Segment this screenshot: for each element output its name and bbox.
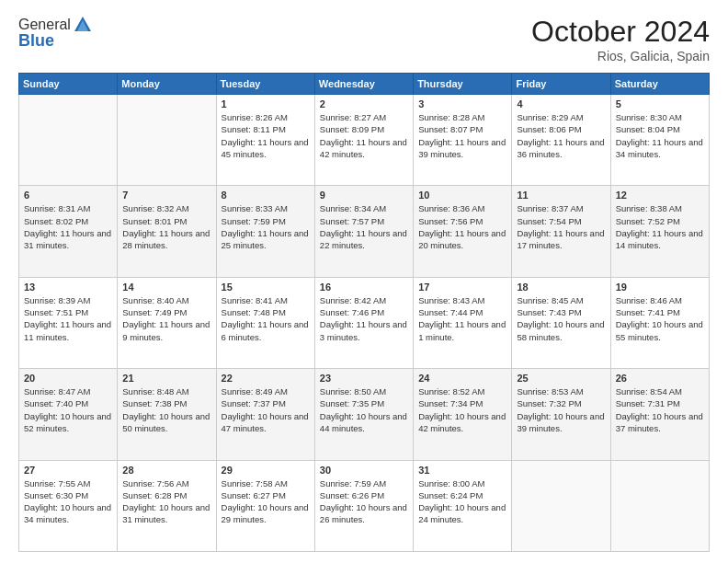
calendar-cell: 27Sunrise: 7:55 AMSunset: 6:30 PMDayligh… <box>19 460 118 551</box>
title-block: October 2024 Rios, Galicia, Spain <box>531 15 710 63</box>
day-number: 15 <box>222 282 310 293</box>
day-number: 21 <box>122 373 210 384</box>
weekday-header-sunday: Sunday <box>19 74 118 95</box>
day-info: Sunrise: 8:46 AMSunset: 7:41 PMDaylight:… <box>616 294 704 343</box>
day-info: Sunrise: 8:48 AMSunset: 7:38 PMDaylight:… <box>122 385 210 434</box>
calendar-cell: 13Sunrise: 8:39 AMSunset: 7:51 PMDayligh… <box>19 277 118 368</box>
calendar-cell: 9Sunrise: 8:34 AMSunset: 7:57 PMDaylight… <box>314 186 413 277</box>
calendar-table: SundayMondayTuesdayWednesdayThursdayFrid… <box>18 73 710 552</box>
day-number: 16 <box>320 282 408 293</box>
day-info: Sunrise: 8:50 AMSunset: 7:35 PMDaylight:… <box>320 385 408 434</box>
day-info: Sunrise: 8:36 AMSunset: 7:56 PMDaylight:… <box>418 202 506 251</box>
day-info: Sunrise: 8:53 AMSunset: 7:32 PMDaylight:… <box>517 385 605 434</box>
calendar-cell: 21Sunrise: 8:48 AMSunset: 7:38 PMDayligh… <box>118 369 216 460</box>
calendar-cell: 16Sunrise: 8:42 AMSunset: 7:46 PMDayligh… <box>314 277 413 368</box>
day-number: 17 <box>418 282 506 293</box>
calendar-cell: 25Sunrise: 8:53 AMSunset: 7:32 PMDayligh… <box>512 369 610 460</box>
calendar-cell: 12Sunrise: 8:38 AMSunset: 7:52 PMDayligh… <box>610 186 709 277</box>
calendar-cell: 26Sunrise: 8:54 AMSunset: 7:31 PMDayligh… <box>610 369 709 460</box>
calendar-cell: 4Sunrise: 8:29 AMSunset: 8:06 PMDaylight… <box>512 95 610 186</box>
day-number: 7 <box>122 190 210 201</box>
day-info: Sunrise: 7:56 AMSunset: 6:28 PMDaylight:… <box>122 477 210 526</box>
header: General Blue October 2024 Rios, Galicia,… <box>18 15 710 63</box>
day-number: 5 <box>616 98 704 109</box>
calendar-cell <box>610 460 709 551</box>
calendar-week-5: 27Sunrise: 7:55 AMSunset: 6:30 PMDayligh… <box>19 460 710 551</box>
calendar-week-4: 20Sunrise: 8:47 AMSunset: 7:40 PMDayligh… <box>19 369 710 460</box>
logo-icon <box>73 15 93 35</box>
calendar-cell: 15Sunrise: 8:41 AMSunset: 7:48 PMDayligh… <box>216 277 314 368</box>
calendar-week-2: 6Sunrise: 8:31 AMSunset: 8:02 PMDaylight… <box>19 186 710 277</box>
day-number: 31 <box>418 465 506 476</box>
calendar-cell: 18Sunrise: 8:45 AMSunset: 7:43 PMDayligh… <box>512 277 610 368</box>
day-info: Sunrise: 8:27 AMSunset: 8:09 PMDaylight:… <box>320 111 408 160</box>
day-number: 11 <box>517 190 605 201</box>
day-info: Sunrise: 8:28 AMSunset: 8:07 PMDaylight:… <box>418 111 506 160</box>
day-info: Sunrise: 8:32 AMSunset: 8:01 PMDaylight:… <box>122 202 210 251</box>
calendar-cell <box>19 95 118 186</box>
calendar-cell: 1Sunrise: 8:26 AMSunset: 8:11 PMDaylight… <box>216 95 314 186</box>
day-info: Sunrise: 8:00 AMSunset: 6:24 PMDaylight:… <box>418 477 506 526</box>
day-info: Sunrise: 8:49 AMSunset: 7:37 PMDaylight:… <box>222 385 310 434</box>
weekday-header-wednesday: Wednesday <box>314 74 413 95</box>
calendar-cell: 11Sunrise: 8:37 AMSunset: 7:54 PMDayligh… <box>512 186 610 277</box>
day-number: 8 <box>222 190 310 201</box>
day-info: Sunrise: 7:55 AMSunset: 6:30 PMDaylight:… <box>24 477 112 526</box>
day-info: Sunrise: 8:39 AMSunset: 7:51 PMDaylight:… <box>24 294 112 343</box>
day-number: 6 <box>24 190 112 201</box>
calendar-cell: 7Sunrise: 8:32 AMSunset: 8:01 PMDaylight… <box>118 186 216 277</box>
day-info: Sunrise: 8:52 AMSunset: 7:34 PMDaylight:… <box>418 385 506 434</box>
calendar-cell: 19Sunrise: 8:46 AMSunset: 7:41 PMDayligh… <box>610 277 709 368</box>
calendar-cell: 17Sunrise: 8:43 AMSunset: 7:44 PMDayligh… <box>414 277 512 368</box>
day-info: Sunrise: 8:41 AMSunset: 7:48 PMDaylight:… <box>222 294 310 343</box>
month-title: October 2024 <box>531 15 710 49</box>
calendar-cell: 10Sunrise: 8:36 AMSunset: 7:56 PMDayligh… <box>414 186 512 277</box>
calendar-week-1: 1Sunrise: 8:26 AMSunset: 8:11 PMDaylight… <box>19 95 710 186</box>
day-number: 20 <box>24 373 112 384</box>
day-number: 14 <box>122 282 210 293</box>
day-number: 24 <box>418 373 506 384</box>
weekday-header-saturday: Saturday <box>610 74 709 95</box>
day-number: 30 <box>320 465 408 476</box>
day-number: 12 <box>616 190 704 201</box>
weekday-header-row: SundayMondayTuesdayWednesdayThursdayFrid… <box>19 74 710 95</box>
calendar-cell: 24Sunrise: 8:52 AMSunset: 7:34 PMDayligh… <box>414 369 512 460</box>
calendar-cell: 29Sunrise: 7:58 AMSunset: 6:27 PMDayligh… <box>216 460 314 551</box>
weekday-header-friday: Friday <box>512 74 610 95</box>
calendar-cell: 2Sunrise: 8:27 AMSunset: 8:09 PMDaylight… <box>314 95 413 186</box>
day-number: 2 <box>320 98 408 109</box>
day-number: 19 <box>616 282 704 293</box>
day-number: 18 <box>517 282 605 293</box>
day-info: Sunrise: 8:26 AMSunset: 8:11 PMDaylight:… <box>222 111 310 160</box>
calendar-cell: 23Sunrise: 8:50 AMSunset: 7:35 PMDayligh… <box>314 369 413 460</box>
day-info: Sunrise: 8:45 AMSunset: 7:43 PMDaylight:… <box>517 294 605 343</box>
day-info: Sunrise: 8:43 AMSunset: 7:44 PMDaylight:… <box>418 294 506 343</box>
location: Rios, Galicia, Spain <box>531 49 710 63</box>
day-number: 4 <box>517 98 605 109</box>
day-number: 10 <box>418 190 506 201</box>
calendar-cell: 5Sunrise: 8:30 AMSunset: 8:04 PMDaylight… <box>610 95 709 186</box>
day-info: Sunrise: 8:40 AMSunset: 7:49 PMDaylight:… <box>122 294 210 343</box>
calendar-cell: 22Sunrise: 8:49 AMSunset: 7:37 PMDayligh… <box>216 369 314 460</box>
day-info: Sunrise: 8:33 AMSunset: 7:59 PMDaylight:… <box>222 202 310 251</box>
calendar-cell: 28Sunrise: 7:56 AMSunset: 6:28 PMDayligh… <box>118 460 216 551</box>
day-number: 25 <box>517 373 605 384</box>
page: General Blue October 2024 Rios, Galicia,… <box>0 0 728 563</box>
day-number: 3 <box>418 98 506 109</box>
day-info: Sunrise: 8:38 AMSunset: 7:52 PMDaylight:… <box>616 202 704 251</box>
day-number: 26 <box>616 373 704 384</box>
day-number: 9 <box>320 190 408 201</box>
day-number: 13 <box>24 282 112 293</box>
calendar-cell: 30Sunrise: 7:59 AMSunset: 6:26 PMDayligh… <box>314 460 413 551</box>
day-number: 1 <box>222 98 310 109</box>
calendar-cell: 3Sunrise: 8:28 AMSunset: 8:07 PMDaylight… <box>414 95 512 186</box>
day-number: 28 <box>122 465 210 476</box>
day-info: Sunrise: 7:59 AMSunset: 6:26 PMDaylight:… <box>320 477 408 526</box>
day-info: Sunrise: 8:47 AMSunset: 7:40 PMDaylight:… <box>24 385 112 434</box>
day-info: Sunrise: 8:54 AMSunset: 7:31 PMDaylight:… <box>616 385 704 434</box>
calendar-cell: 20Sunrise: 8:47 AMSunset: 7:40 PMDayligh… <box>19 369 118 460</box>
weekday-header-tuesday: Tuesday <box>216 74 314 95</box>
logo: General Blue <box>18 15 93 51</box>
calendar-cell <box>118 95 216 186</box>
calendar-cell: 8Sunrise: 8:33 AMSunset: 7:59 PMDaylight… <box>216 186 314 277</box>
